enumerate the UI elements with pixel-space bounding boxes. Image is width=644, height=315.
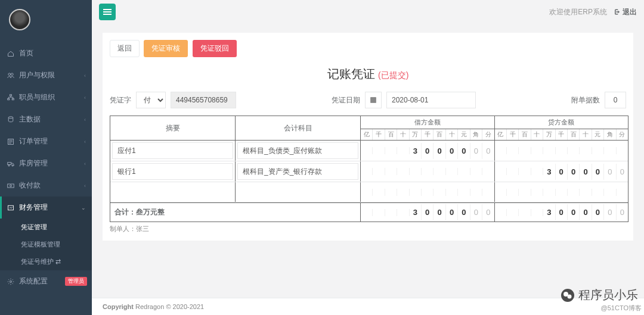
finance-icon bbox=[7, 204, 14, 211]
back-button[interactable]: 返回 bbox=[110, 40, 140, 57]
nav-item-7[interactable]: 财务管理⌄ bbox=[0, 197, 92, 219]
chevron-icon: ‹ bbox=[84, 117, 86, 123]
chevron-icon: ‹ bbox=[84, 73, 86, 79]
truck-icon bbox=[7, 160, 14, 167]
nav-item-5[interactable]: 库房管理‹ bbox=[0, 152, 92, 174]
topbar-right: 欢迎使用ERP系统 退出 bbox=[549, 7, 637, 17]
reject-button[interactable]: 凭证驳回 bbox=[193, 40, 237, 57]
topbar: 欢迎使用ERP系统 退出 bbox=[92, 0, 644, 24]
logout-icon bbox=[613, 8, 620, 15]
word-select[interactable]: 付 bbox=[136, 92, 166, 108]
subnav-item-0[interactable]: 凭证管理 bbox=[0, 219, 92, 236]
money-icon bbox=[7, 182, 14, 189]
svg-point-0 bbox=[8, 73, 11, 75]
subnav-item-1[interactable]: 凭证模板管理 bbox=[0, 236, 92, 253]
footer: Copyright Redragon © 2020-2021 bbox=[92, 298, 644, 315]
svg-point-9 bbox=[12, 164, 13, 166]
svg-point-11 bbox=[10, 185, 12, 186]
subject-input[interactable] bbox=[237, 163, 358, 180]
chevron-icon: ‹ bbox=[84, 95, 86, 101]
nav-item-6[interactable]: 收付款‹ bbox=[0, 174, 92, 197]
nav-item-4[interactable]: 订单管理‹ bbox=[0, 130, 92, 152]
calendar-icon[interactable] bbox=[365, 92, 382, 108]
main: 欢迎使用ERP系统 退出 返回 凭证审核 凭证驳回 记账凭证 (已提交) 凭证字… bbox=[92, 0, 644, 315]
col-credit: 贷方金额 bbox=[495, 116, 628, 129]
gear-icon bbox=[7, 278, 14, 285]
maker-row: 制单人：张三 bbox=[110, 222, 626, 233]
sidebar: 首页用户与权限‹职员与组织‹主数据‹订单管理‹库房管理‹收付款‹财务管理⌄凭证管… bbox=[0, 0, 92, 315]
nav-list: 首页用户与权限‹职员与组织‹主数据‹订单管理‹库房管理‹收付款‹财务管理⌄凭证管… bbox=[0, 42, 92, 292]
logout-button[interactable]: 退出 bbox=[613, 7, 637, 17]
svg-point-8 bbox=[8, 164, 10, 166]
voucher-header-form: 凭证字 付 凭证日期 附单据数 bbox=[110, 88, 626, 112]
menu-toggle-button[interactable] bbox=[99, 4, 116, 20]
status-badge: (已提交) bbox=[378, 70, 408, 80]
nav-item-2[interactable]: 职员与组织‹ bbox=[0, 86, 92, 108]
col-subject: 会计科目 bbox=[236, 116, 361, 140]
voucher-card: 返回 凭证审核 凭证驳回 记账凭证 (已提交) 凭证字 付 凭证日期 bbox=[103, 33, 633, 241]
admin-badge: 管理员 bbox=[65, 277, 87, 286]
voucher-number-input[interactable] bbox=[171, 92, 236, 108]
table-head: 摘要 会计科目 借方金额 贷方金额 亿千百十万千百十元角分亿千百十万千百十元角分 bbox=[110, 116, 628, 141]
table-total-row: 合计：叁万元整 30000003000000 bbox=[110, 202, 628, 222]
audit-button[interactable]: 凭证审核 bbox=[144, 40, 188, 57]
table-row: 3000000 bbox=[110, 141, 628, 161]
content: 返回 凭证审核 凭证驳回 记账凭证 (已提交) 凭证字 付 凭证日期 bbox=[92, 24, 644, 315]
sitemap-icon bbox=[7, 94, 14, 101]
svg-rect-2 bbox=[10, 94, 12, 95]
nav-item-1[interactable]: 用户与权限‹ bbox=[0, 64, 92, 86]
subnav-item-2[interactable]: 凭证号维护 ⇄ bbox=[0, 253, 92, 270]
nav-item-8[interactable]: 系统配置管理员 bbox=[0, 270, 92, 292]
col-debit: 借方金额 bbox=[361, 116, 495, 129]
watermark-sub: @51CTO博客 bbox=[601, 304, 642, 313]
table-row: 3000000 bbox=[110, 161, 628, 182]
chevron-icon: ‹ bbox=[84, 161, 86, 167]
attach-label: 附单据数 bbox=[571, 95, 600, 105]
col-amounts: 借方金额 贷方金额 亿千百十万千百十元角分亿千百十万千百十元角分 bbox=[361, 116, 628, 140]
summary-input[interactable] bbox=[112, 163, 233, 180]
voucher-title: 记账凭证 (已提交) bbox=[110, 66, 626, 82]
avatar-section bbox=[0, 0, 92, 42]
users-icon bbox=[7, 72, 14, 79]
col-summary: 摘要 bbox=[110, 116, 236, 140]
chevron-icon: ‹ bbox=[84, 139, 86, 145]
nav-item-3[interactable]: 主数据‹ bbox=[0, 108, 92, 130]
total-label: 合计：叁万元整 bbox=[110, 203, 361, 222]
attach-input[interactable] bbox=[605, 92, 626, 108]
welcome-text: 欢迎使用ERP系统 bbox=[549, 7, 607, 17]
chevron-icon: ⌄ bbox=[81, 205, 86, 211]
date-input[interactable] bbox=[386, 92, 476, 108]
table-body: 30000003000000 bbox=[110, 141, 628, 202]
svg-rect-7 bbox=[8, 162, 11, 164]
svg-rect-4 bbox=[12, 98, 14, 99]
svg-point-5 bbox=[8, 116, 13, 118]
summary-input[interactable] bbox=[112, 142, 233, 159]
home-icon bbox=[7, 50, 14, 57]
word-label: 凭证字 bbox=[110, 95, 131, 105]
voucher-table: 摘要 会计科目 借方金额 贷方金额 亿千百十万千百十元角分亿千百十万千百十元角分… bbox=[110, 116, 628, 222]
nav-item-0[interactable]: 首页 bbox=[0, 42, 92, 64]
date-label: 凭证日期 bbox=[332, 95, 360, 105]
avatar[interactable] bbox=[9, 9, 30, 30]
svg-rect-3 bbox=[8, 98, 10, 99]
db-icon bbox=[7, 116, 14, 123]
order-icon bbox=[7, 138, 14, 145]
chevron-icon: ‹ bbox=[84, 183, 86, 189]
svg-point-1 bbox=[11, 73, 13, 75]
table-row bbox=[110, 182, 628, 202]
subject-input[interactable] bbox=[237, 142, 358, 159]
svg-rect-10 bbox=[8, 184, 14, 188]
action-bar: 返回 凭证审核 凭证驳回 bbox=[110, 40, 626, 57]
svg-point-13 bbox=[10, 280, 12, 282]
